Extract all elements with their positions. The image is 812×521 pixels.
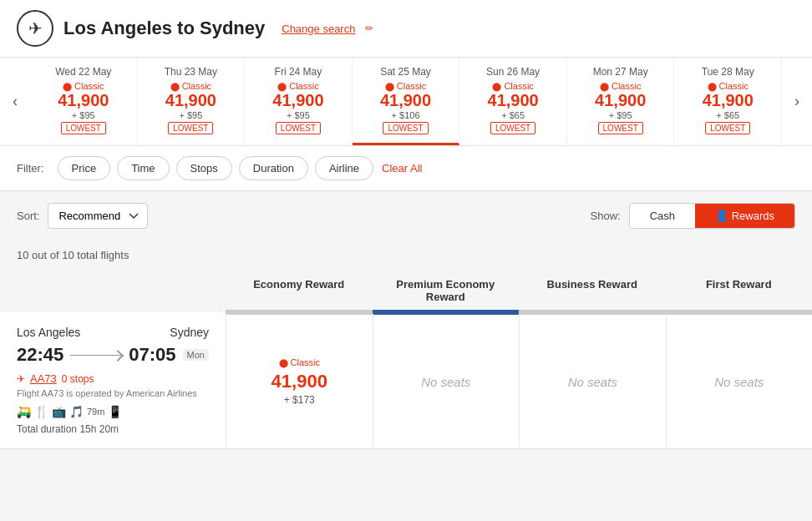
column-headers: Economy Reward Premium Economy Reward Bu… xyxy=(0,270,812,312)
carousel-date-3[interactable]: Sat 25 May ⬤ Classic 41,900 + $106 LOWES… xyxy=(353,58,460,145)
filter-btn-duration[interactable]: Duration xyxy=(239,156,308,180)
show-toggle: Cash 👤 Rewards xyxy=(629,203,795,229)
logo-plane-icon: ✈ xyxy=(28,18,43,38)
carousel-date-2[interactable]: Fri 24 May ⬤ Classic 41,900 + $95 LOWEST xyxy=(245,58,353,145)
page-header: ✈ Los Angeles to Sydney Change search ✏ xyxy=(0,0,812,58)
total-duration: Total duration 15h 20m xyxy=(17,423,209,435)
economy-fare-cell[interactable]: ⬤ Classic 41,900 + $173 xyxy=(226,312,373,448)
show-cash-button[interactable]: Cash xyxy=(630,204,695,228)
change-search-link[interactable]: Change search xyxy=(282,23,355,35)
filter-btn-time[interactable]: Time xyxy=(117,156,169,180)
sort-section: Sort: Recommend xyxy=(17,203,148,229)
fare-cells: ⬤ Classic 41,900 + $173 No seats No seat… xyxy=(226,312,812,448)
col-header-premium-economy: Premium Economy Reward xyxy=(373,270,520,312)
depart-time: 22:45 xyxy=(17,344,63,366)
arrive-time: 07:05 xyxy=(129,344,175,366)
first-fare-cell: No seats xyxy=(666,312,813,448)
show-rewards-button[interactable]: 👤 Rewards xyxy=(695,204,794,228)
person-icon: 👤 xyxy=(715,210,732,222)
carousel-date-0[interactable]: Wed 22 May ⬤ Classic 41,900 + $95 LOWEST xyxy=(30,58,138,145)
premium-no-seats: No seats xyxy=(421,375,470,389)
col-header-first: First Reward xyxy=(666,270,813,312)
show-section: Show: Cash 👤 Rewards xyxy=(591,203,795,229)
economy-fare-cash: + $173 xyxy=(272,394,327,406)
arrive-day-badge: Mon xyxy=(183,349,209,361)
flight-code: ✈ AA73 0 stops xyxy=(17,372,209,385)
col-header-business: Business Reward xyxy=(519,270,666,312)
filter-btn-price[interactable]: Price xyxy=(58,156,111,180)
flight-list: Los Angeles Sydney 22:45 07:05 Mon ✈ AA7… xyxy=(0,312,812,449)
carousel-date-1[interactable]: Thu 23 May ⬤ Classic 41,900 + $95 LOWEST xyxy=(138,58,246,145)
first-no-seats: No seats xyxy=(714,375,764,389)
airline-plane-icon: ✈ xyxy=(17,373,25,385)
filter-btn-airline[interactable]: Airline xyxy=(315,156,373,180)
flight-info-0: Los Angeles Sydney 22:45 07:05 Mon ✈ AA7… xyxy=(0,312,226,448)
col-header-economy: Economy Reward xyxy=(226,270,373,312)
show-label: Show: xyxy=(591,210,621,222)
carousel-dates: Wed 22 May ⬤ Classic 41,900 + $95 LOWEST… xyxy=(30,58,782,145)
carousel-prev-button[interactable]: ‹ xyxy=(0,58,30,145)
filter-buttons: PriceTimeStopsDurationAirline xyxy=(58,156,374,180)
carousel-date-4[interactable]: Sun 26 May ⬤ Classic 41,900 + $65 LOWEST xyxy=(459,58,567,145)
sort-show-bar: Sort: Recommend Show: Cash 👤 Rewards xyxy=(0,191,812,240)
business-fare-cell: No seats xyxy=(519,312,666,448)
premium-fare-cell: No seats xyxy=(373,312,520,448)
filter-bar: Filter: PriceTimeStopsDurationAirline Cl… xyxy=(0,146,812,191)
qantas-logo: ✈ xyxy=(17,10,53,47)
flight-times: 22:45 07:05 Mon xyxy=(17,344,209,366)
economy-fare-points: 41,900 xyxy=(272,371,327,392)
sort-select[interactable]: Recommend xyxy=(48,203,148,229)
from-city: Los Angeles xyxy=(17,326,80,339)
to-city: Sydney xyxy=(170,326,209,339)
meal-icon: 🍴 xyxy=(34,405,48,418)
flight-number-link[interactable]: AA73 xyxy=(30,372,57,385)
seat-size-icon: 79m xyxy=(87,407,104,417)
audio-icon: 🎵 xyxy=(69,405,84,418)
edit-icon: ✏ xyxy=(365,23,373,34)
seat-icon: 🛺 xyxy=(17,405,31,418)
date-carousel: ‹ Wed 22 May ⬤ Classic 41,900 + $95 LOWE… xyxy=(0,58,812,146)
entertainment-icon: 📺 xyxy=(52,405,66,418)
flight-row-0: Los Angeles Sydney 22:45 07:05 Mon ✈ AA7… xyxy=(0,312,812,449)
business-fare-content: No seats xyxy=(568,375,617,389)
flight-line xyxy=(70,355,122,356)
carousel-next-button[interactable]: › xyxy=(782,58,812,145)
flight-count: 10 out of 10 total flights xyxy=(0,240,812,270)
business-no-seats: No seats xyxy=(568,375,617,389)
stops-badge[interactable]: 0 stops xyxy=(62,373,94,385)
flight-cities: Los Angeles Sydney xyxy=(17,326,209,339)
operated-by: Flight AA73 is operated by American Airl… xyxy=(17,388,209,398)
economy-fare-content: ⬤ Classic 41,900 + $173 xyxy=(272,357,327,406)
carousel-date-5[interactable]: Mon 27 May ⬤ Classic 41,900 + $95 LOWEST xyxy=(567,58,675,145)
route-title: Los Angeles to Sydney xyxy=(63,18,265,39)
filter-btn-stops[interactable]: Stops xyxy=(176,156,232,180)
first-fare-content: No seats xyxy=(714,375,764,389)
premium-fare-content: No seats xyxy=(421,375,470,389)
filter-label: Filter: xyxy=(17,162,44,175)
amenities: 🛺 🍴 📺 🎵 79m 📱 xyxy=(17,405,209,418)
economy-fare-type: ⬤ Classic xyxy=(272,357,327,367)
clear-all-button[interactable]: Clear All xyxy=(382,157,422,180)
carousel-date-6[interactable]: Tue 28 May ⬤ Classic 41,900 + $65 LOWEST xyxy=(674,58,782,145)
wifi-icon: 📱 xyxy=(108,405,122,418)
sort-label: Sort: xyxy=(17,210,39,222)
